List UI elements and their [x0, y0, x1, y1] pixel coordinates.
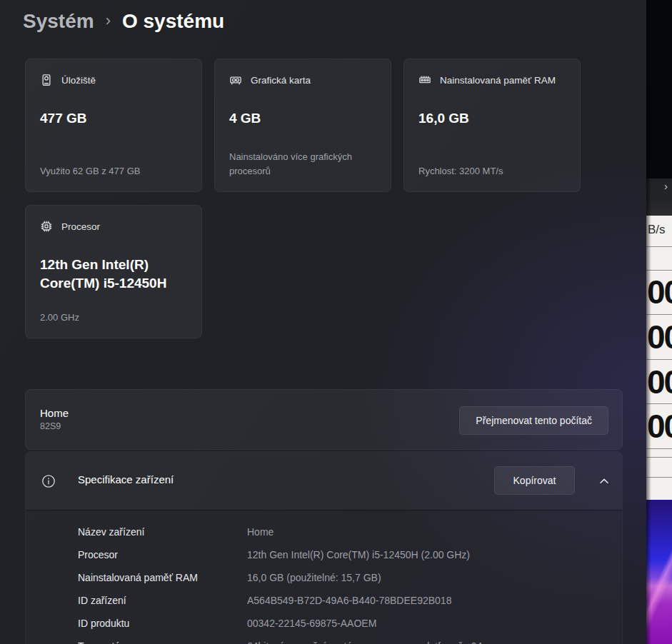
card-cpu: Procesor 12th Gen Intel(R) Core(TM) i5-1…	[25, 205, 202, 338]
card-value: 16,0 GB	[418, 109, 469, 128]
chevron-right-icon: ›	[104, 11, 112, 30]
rename-pc-button[interactable]: Přejmenovat tento počítač	[459, 406, 608, 435]
card-subtitle: Rychlost: 3200 MT/s	[418, 164, 566, 178]
device-block: Home 82S9	[40, 406, 69, 433]
settings-window: Systém › O systému Úložiště 477 GB	[0, 0, 646, 644]
background-window-dark-region	[646, 0, 672, 178]
spec-label: Nainstalovaná paměť RAM	[78, 566, 247, 589]
unit-label: B/s	[648, 223, 666, 237]
spec-value: 64bitový operační systém, procesor na pl…	[247, 635, 482, 644]
partial-number: 00	[647, 360, 672, 404]
spec-value: 16,0 GB (použitelné: 15,7 GB)	[247, 566, 381, 589]
spec-row: Název zařízení Home	[26, 520, 622, 543]
device-specifications-expander: Specifikace zařízení Kopírovat Název zař…	[25, 451, 623, 644]
card-value: 12th Gen Intel(R) Core(TM) i5-12450H	[40, 256, 184, 293]
gpu-icon	[229, 74, 242, 86]
card-cpu-head: Procesor	[40, 218, 189, 236]
spec-row: Procesor 12th Gen Intel(R) Core(TM) i5-1…	[26, 543, 622, 566]
desktop-wallpaper	[646, 500, 672, 644]
device-specifications-table: Název zařízení Home Procesor 12th Gen In…	[26, 510, 622, 644]
card-subtitle: Využito 62 GB z 477 GB	[40, 164, 187, 178]
storage-icon	[40, 74, 53, 86]
page-title: O systému	[122, 10, 224, 33]
device-model: 82S9	[40, 421, 69, 433]
card-gpu-head: Grafická karta	[229, 71, 378, 89]
breadcrumb-system[interactable]: Systém	[23, 10, 94, 33]
background-window-table[interactable]: B/s 00 00 00 00	[646, 216, 672, 500]
spec-value: A564B549-B72D-49A6-B440-78BDEE92B018	[247, 589, 451, 612]
card-gpu: Grafická karta 4 GB Nainstalováno více g…	[214, 59, 391, 192]
card-ram: Nainstalovaná paměť RAM 16,0 GB Rychlost…	[403, 59, 581, 192]
spec-label: ID zařízení	[78, 589, 247, 612]
card-ram-head: Nainstalovaná paměť RAM	[418, 71, 567, 89]
breadcrumb: Systém › O systému	[23, 10, 224, 33]
spec-label: Typ systému	[78, 635, 247, 644]
section-title: Specifikace zařízení	[78, 473, 174, 485]
copy-button[interactable]: Kopírovat	[494, 466, 575, 495]
spec-value: 00342-22145-69875-AAOEM	[247, 612, 376, 635]
partial-number: 00	[647, 270, 672, 314]
device-name: Home	[40, 406, 69, 421]
background-area: › B/s 00 00 00 00	[646, 0, 672, 644]
spec-label: Název zařízení	[78, 520, 247, 543]
spec-label: ID produktu	[78, 612, 247, 635]
partial-number: 00	[647, 315, 672, 359]
card-subtitle: Nainstalováno více grafických procesorů	[229, 150, 376, 178]
card-storage-head: Úložiště	[40, 71, 189, 89]
background-window-titlebar[interactable]: ›	[646, 178, 672, 216]
spec-row: ID zařízení A564B549-B72D-49A6-B440-78BD…	[26, 589, 622, 612]
card-title: Úložiště	[61, 71, 96, 89]
partial-number: 00	[647, 404, 672, 448]
card-storage: Úložiště 477 GB Využito 62 GB z 477 GB	[25, 59, 202, 192]
spec-value: 12th Gen Intel(R) Core(TM) i5-12450H (2.…	[247, 543, 470, 566]
spec-row: Nainstalovaná paměť RAM 16,0 GB (použite…	[26, 566, 622, 589]
card-subtitle: 2.00 GHz	[40, 311, 187, 325]
spec-row: Typ systému 64bitový operační systém, pr…	[26, 635, 622, 644]
card-title: Procesor	[61, 218, 100, 236]
device-specifications-header[interactable]: Specifikace zařízení Kopírovat	[26, 452, 622, 510]
device-name-row: Home 82S9 Přejmenovat tento počítač	[25, 389, 623, 450]
card-title: Grafická karta	[251, 71, 311, 89]
chevron-up-icon[interactable]	[597, 474, 611, 488]
card-value: 477 GB	[40, 109, 86, 128]
spec-label: Procesor	[78, 543, 247, 566]
ram-icon	[418, 74, 431, 86]
summary-cards: Úložiště 477 GB Využito 62 GB z 477 GB	[25, 59, 623, 338]
info-icon	[41, 474, 56, 488]
partial-window-control-glyph: ›	[664, 181, 672, 191]
cpu-icon	[40, 220, 53, 233]
card-value: 4 GB	[229, 109, 261, 128]
card-title: Nainstalovaná paměť RAM	[440, 71, 556, 89]
spec-row: ID produktu 00342-22145-69875-AAOEM	[26, 612, 622, 635]
spec-value: Home	[247, 520, 274, 543]
screen: Systém › O systému Úložiště 477 GB	[0, 0, 672, 644]
